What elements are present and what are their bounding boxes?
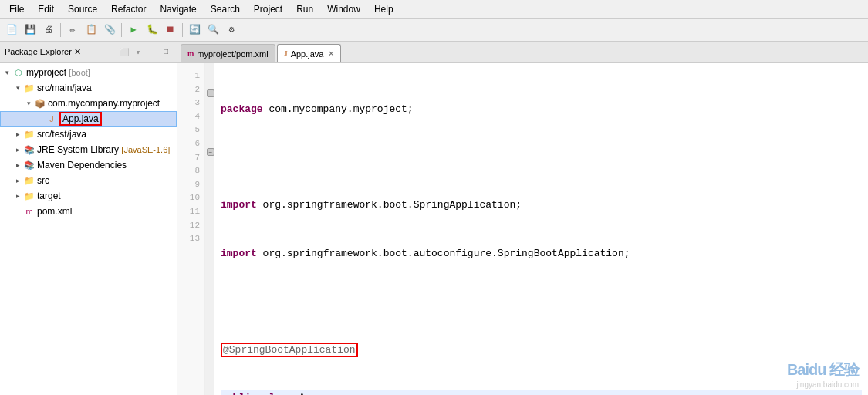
menu-navigate[interactable]: Navigate	[154, 2, 202, 16]
panel-minimize-icon[interactable]: —	[146, 46, 158, 59]
code-line-7: public class App	[221, 390, 862, 395]
tree-item-src-test-java[interactable]: ▸ 📁 src/test/java	[0, 127, 177, 142]
toolbar-refresh[interactable]: 🔄	[186, 22, 203, 39]
menu-file[interactable]: File	[3, 2, 30, 16]
src-main-label: src/main/java	[37, 83, 92, 93]
menu-help[interactable]: Help	[368, 2, 400, 16]
toolbar-settings[interactable]: ⚙	[223, 22, 240, 39]
target-folder-icon: 📁	[23, 190, 35, 202]
toolbar-new[interactable]: 📄	[3, 22, 20, 39]
watermark-logo: Baidu 经验	[787, 360, 859, 380]
appjava-tab-label: App.java	[291, 49, 324, 59]
library-icon: 📚	[23, 143, 35, 156]
code-editor[interactable]: 1 2 3 4 5 6 7 8 9 10 11 12 13 − − packag…	[177, 63, 868, 395]
panel-collapse-icon[interactable]: ⬜	[118, 46, 130, 59]
tree-toggle-src-test[interactable]: ▸	[12, 129, 23, 140]
package-label: com.mycompany.myproject	[48, 98, 160, 109]
panel-menu-icon[interactable]: ▿	[132, 46, 144, 59]
left-panel: Package Explorer ✕ ⬜ ▿ — □ ▾ ⬡ myproject…	[0, 42, 177, 395]
tab-pom-xml[interactable]: m myproject/pom.xml	[181, 44, 275, 62]
package-icon: 📦	[34, 97, 46, 110]
tree-item-target[interactable]: ▸ 📁 target	[0, 188, 177, 204]
tree-toggle-src-main[interactable]: ▾	[12, 83, 23, 93]
tree-item-maven[interactable]: ▸ 📚 Maven Dependencies	[0, 157, 177, 173]
toolbar-stop[interactable]: ⏹	[162, 22, 179, 39]
tree-toggle-myproject[interactable]: ▾	[2, 67, 12, 78]
panel-maximize-icon[interactable]: □	[160, 46, 172, 59]
menu-refactor[interactable]: Refactor	[105, 2, 152, 16]
tree-toggle-jre[interactable]: ▸	[12, 144, 23, 155]
myproject-label: myproject [boot]	[26, 67, 90, 78]
jre-label: JRE System Library [JavaSE-1.6]	[37, 144, 170, 155]
tree-item-jre[interactable]: ▸ 📚 JRE System Library [JavaSE-1.6]	[0, 142, 177, 157]
toolbar-debug[interactable]: 🐛	[144, 22, 160, 39]
toolbar-sep-2	[121, 23, 122, 37]
tree-toggle-src[interactable]: ▸	[12, 175, 23, 186]
menu-window[interactable]: Window	[321, 2, 366, 16]
maven-icon: 📚	[23, 159, 35, 171]
pom-tab-label: myproject/pom.xml	[197, 49, 268, 59]
tree-toggle-appjava	[35, 113, 46, 124]
code-line-6: @SpringBootApplication	[221, 343, 862, 359]
project-icon: ⬡	[12, 66, 25, 79]
code-line-5	[221, 294, 862, 310]
line-numbers: 1 2 3 4 5 6 7 8 9 10 11 12 13	[177, 63, 205, 395]
menu-run[interactable]: Run	[290, 2, 319, 16]
appjava-tab-icon: J	[284, 49, 288, 58]
appjava-tab-close[interactable]: ✕	[328, 49, 334, 58]
code-line-1: package com.mycompany.myproject;	[221, 102, 862, 118]
tree-item-com-mycompany[interactable]: ▾ 📦 com.mycompany.myproject	[0, 96, 177, 111]
tree-toggle-pom	[12, 206, 23, 217]
main-container: Package Explorer ✕ ⬜ ▿ — □ ▾ ⬡ myproject…	[0, 42, 868, 395]
tree-item-src[interactable]: ▸ 📁 src	[0, 173, 177, 188]
toolbar-paste[interactable]: 📎	[101, 22, 118, 39]
code-line-2	[221, 150, 862, 166]
menu-source[interactable]: Source	[62, 2, 103, 16]
editor-tabs: m myproject/pom.xml J App.java ✕	[177, 42, 868, 63]
fold-indicator-9[interactable]: −	[207, 148, 214, 156]
menu-search[interactable]: Search	[204, 2, 246, 16]
panel-header: Package Explorer ✕ ⬜ ▿ — □	[0, 42, 177, 63]
menu-edit[interactable]: Edit	[32, 2, 60, 16]
tab-app-java[interactable]: J App.java ✕	[277, 44, 342, 62]
menu-bar: File Edit Source Refactor Navigate Searc…	[0, 0, 868, 19]
left-border-strip: − −	[205, 63, 214, 395]
folder-icon: 📁	[23, 82, 35, 94]
fold-indicator-3[interactable]: −	[207, 89, 214, 97]
src-label: src	[37, 175, 49, 186]
maven-label: Maven Dependencies	[37, 160, 127, 170]
toolbar: 📄 💾 🖨 ✏️ 📋 📎 ▶ 🐛 ⏹ 🔄 🔍 ⚙	[0, 19, 868, 42]
tree-item-app-java[interactable]: J App.java	[0, 111, 177, 127]
src-test-label: src/test/java	[37, 129, 86, 140]
panel-icons: ⬜ ▿ — □	[118, 46, 172, 59]
java-file-icon: J	[46, 113, 58, 125]
test-folder-icon: 📁	[23, 128, 35, 140]
toolbar-run[interactable]: ▶	[125, 22, 142, 39]
toolbar-edit[interactable]: ✏️	[64, 22, 81, 39]
panel-title: Package Explorer ✕	[5, 47, 115, 57]
pom-label: pom.xml	[37, 206, 72, 217]
watermark: Baidu 经验 jingyan.baidu.com	[787, 360, 859, 389]
tree-toggle-maven[interactable]: ▸	[12, 160, 23, 170]
toolbar-save[interactable]: 💾	[22, 22, 39, 39]
toolbar-search[interactable]: 🔍	[204, 22, 221, 39]
code-content: package com.mycompany.myproject; import …	[214, 63, 868, 395]
tree-toggle-package[interactable]: ▾	[23, 98, 34, 109]
tree-item-pom-xml[interactable]: m pom.xml	[0, 204, 177, 219]
tree-item-src-main-java[interactable]: ▾ 📁 src/main/java	[0, 80, 177, 96]
tree-item-myproject[interactable]: ▾ ⬡ myproject [boot]	[0, 65, 177, 80]
toolbar-sep-1	[60, 23, 61, 37]
toolbar-print[interactable]: 🖨	[40, 22, 57, 39]
xml-file-icon: m	[23, 205, 35, 218]
toolbar-copy[interactable]: 📋	[83, 22, 100, 39]
code-line-4: import org.springframework.boot.autoconf…	[221, 246, 862, 262]
target-label: target	[37, 191, 61, 201]
app-java-label: App.java	[59, 112, 102, 126]
tree-toggle-target[interactable]: ▸	[12, 191, 23, 201]
src-folder-icon: 📁	[23, 174, 35, 187]
package-explorer-tree: ▾ ⬡ myproject [boot] ▾ 📁 src/main/java ▾…	[0, 63, 177, 395]
right-panel: m myproject/pom.xml J App.java ✕ 1 2 3 4…	[177, 42, 868, 395]
toolbar-sep-3	[182, 23, 183, 37]
menu-project[interactable]: Project	[248, 2, 289, 16]
watermark-sub: jingyan.baidu.com	[787, 380, 859, 389]
